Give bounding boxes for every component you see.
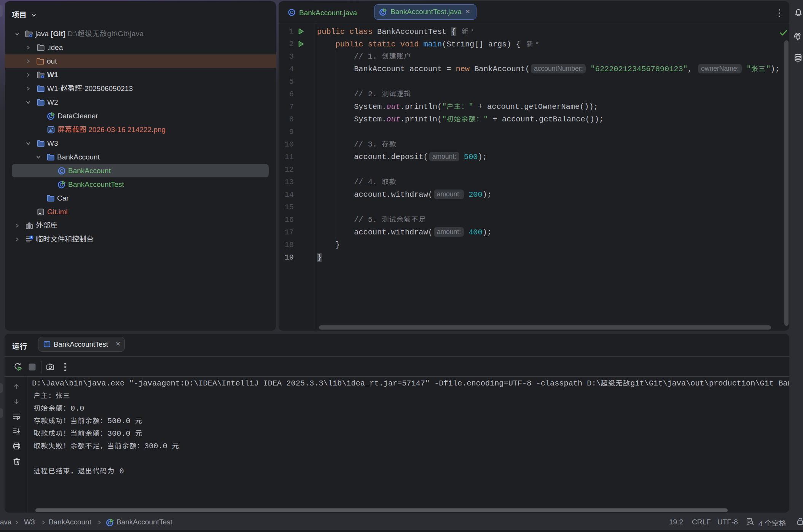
svg-text:C: C	[60, 169, 63, 174]
svg-text:C: C	[290, 10, 293, 15]
